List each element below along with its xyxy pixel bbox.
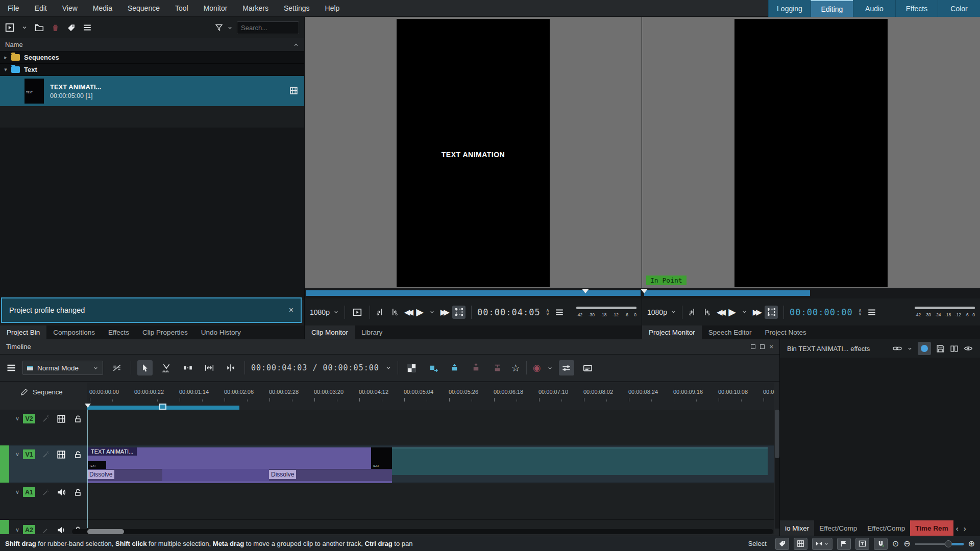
tab-scroll-right-icon[interactable]: › bbox=[961, 520, 969, 536]
clip-monitor-timecode[interactable]: 00:00:04:05 bbox=[477, 307, 541, 317]
track-target-badge[interactable]: V2 bbox=[23, 414, 35, 423]
track-target-badge[interactable]: A1 bbox=[23, 487, 35, 497]
delete-icon[interactable] bbox=[51, 23, 60, 32]
fast-forward-icon[interactable]: ▶▶ bbox=[753, 308, 759, 317]
menu-monitor[interactable]: Monitor bbox=[196, 0, 235, 17]
zone-in-icon[interactable] bbox=[688, 308, 697, 316]
fades-toggle-button[interactable] bbox=[812, 538, 832, 550]
timeline-timecode[interactable]: 00:00:04:03 / 00:00:05:00 bbox=[251, 363, 379, 372]
menu-settings[interactable]: Settings bbox=[276, 0, 317, 17]
dissolve-transition-1[interactable]: Dissolve bbox=[87, 469, 162, 481]
mixer-toggle-icon[interactable] bbox=[559, 360, 574, 375]
title-safe-toggle-button[interactable] bbox=[855, 538, 869, 550]
track-header-a1[interactable]: ∨ A1 bbox=[0, 483, 87, 520]
add-clip-icon[interactable] bbox=[5, 23, 14, 32]
tab-effects[interactable]: Effects bbox=[102, 325, 136, 339]
slip-tool[interactable] bbox=[202, 360, 217, 375]
timeline-horizontal-scrollbar[interactable] bbox=[72, 529, 773, 534]
zoom-in-icon[interactable]: ⊕ bbox=[968, 539, 975, 548]
project-monitor-timecode[interactable]: 00:00:00:00 bbox=[790, 307, 853, 317]
menu-view[interactable]: View bbox=[55, 0, 85, 17]
tab-compositions[interactable]: Compositions bbox=[46, 325, 102, 339]
hide-track-icon[interactable] bbox=[57, 450, 66, 459]
timeline-clip-sequence[interactable] bbox=[392, 447, 768, 475]
favorite-effects-icon[interactable]: ☆ bbox=[511, 362, 520, 374]
close-panel-icon[interactable]: × bbox=[769, 343, 773, 350]
bin-folder-sequences[interactable]: ▸ Sequences bbox=[0, 52, 304, 64]
collapse-icon[interactable]: ▾ bbox=[0, 66, 11, 73]
timeline-zoom-slider[interactable] bbox=[915, 540, 964, 547]
menu-sequence[interactable]: Sequence bbox=[120, 0, 167, 17]
transparency-background-icon[interactable] bbox=[404, 360, 420, 375]
tab-effect-comp-2[interactable]: Effect/Comp bbox=[862, 520, 910, 536]
collapse-track-icon[interactable]: ∨ bbox=[15, 527, 19, 533]
collapse-track-icon[interactable]: ∨ bbox=[15, 451, 19, 458]
clip-lower-section[interactable] bbox=[162, 469, 269, 481]
project-monitor-zone-bar[interactable] bbox=[644, 290, 810, 296]
bin-clip-text-animation[interactable]: TEXT TEXT ANIMATI... 00:00:05:00 [1] bbox=[0, 76, 304, 106]
workspace-tab-audio[interactable]: Audio bbox=[853, 0, 895, 17]
show-effect-icon[interactable] bbox=[964, 344, 973, 353]
timecode-spinner[interactable]: ∧∨ bbox=[859, 309, 862, 316]
clip-monitor-ruler[interactable] bbox=[305, 288, 642, 298]
track-header-v1[interactable]: ∨ V1 bbox=[0, 445, 87, 483]
project-monitor-video-area[interactable]: In Point bbox=[642, 17, 980, 288]
workspace-tab-effects[interactable]: Effects bbox=[895, 0, 938, 17]
close-notification-icon[interactable]: × bbox=[289, 306, 293, 315]
lock-track-icon[interactable] bbox=[74, 488, 82, 496]
expand-icon[interactable]: ▸ bbox=[0, 54, 11, 61]
project-monitor-profile-dropdown[interactable]: 1080p bbox=[647, 308, 676, 316]
edit-mode-dropdown[interactable]: Normal Mode bbox=[22, 361, 103, 375]
snap-toggle-button[interactable] bbox=[874, 538, 888, 550]
link-dropdown-icon[interactable] bbox=[907, 346, 913, 352]
subtitle-toggle-icon[interactable] bbox=[580, 360, 596, 375]
float-panel-icon[interactable] bbox=[751, 344, 755, 349]
link-effects-icon[interactable] bbox=[893, 344, 902, 353]
thumbnails-toggle-button[interactable] bbox=[794, 538, 807, 550]
zone-in-icon[interactable] bbox=[376, 308, 384, 316]
dissolve-transition-2[interactable]: Dissolve bbox=[269, 469, 392, 481]
save-effect-stack-icon[interactable] bbox=[936, 344, 945, 353]
bin-menu-icon[interactable] bbox=[83, 23, 92, 32]
monitor-overlay-icon[interactable] bbox=[351, 306, 364, 319]
workspace-tab-logging[interactable]: Logging bbox=[768, 0, 811, 17]
insert-zone-icon[interactable] bbox=[426, 360, 441, 375]
tab-scroll-left-icon[interactable]: ‹ bbox=[953, 520, 961, 536]
track-effects-icon[interactable] bbox=[42, 450, 50, 459]
tab-clip-monitor[interactable]: Clip Monitor bbox=[305, 325, 355, 339]
tab-speech-editor[interactable]: Speech Editor bbox=[702, 325, 758, 339]
scrollbar-handle[interactable] bbox=[87, 529, 124, 534]
add-clip-dropdown-icon[interactable] bbox=[21, 24, 28, 31]
ripple-tool[interactable] bbox=[223, 360, 238, 375]
overwrite-zone-icon[interactable] bbox=[447, 360, 462, 375]
timeline-vertical-scrollbar[interactable] bbox=[775, 410, 779, 529]
enable-effects-toggle[interactable] bbox=[918, 342, 931, 355]
loop-zone-icon[interactable] bbox=[765, 306, 778, 319]
track-header-v2[interactable]: ∨ V2 bbox=[0, 410, 87, 445]
play-dropdown-icon[interactable] bbox=[742, 309, 747, 315]
edit-pen-icon[interactable] bbox=[20, 388, 28, 396]
timecode-spinner[interactable]: ∧∨ bbox=[546, 309, 550, 316]
zoom-slider-handle[interactable] bbox=[945, 540, 952, 547]
tab-project-notes[interactable]: Project Notes bbox=[758, 325, 813, 339]
tab-library[interactable]: Library bbox=[355, 325, 389, 339]
project-monitor-ruler[interactable] bbox=[642, 288, 980, 298]
tag-icon[interactable] bbox=[67, 23, 76, 32]
tab-undo-history[interactable]: Undo History bbox=[194, 325, 248, 339]
timecode-dropdown-icon[interactable] bbox=[385, 365, 391, 371]
menu-tool[interactable]: Tool bbox=[167, 0, 196, 17]
filter-icon[interactable] bbox=[215, 23, 223, 32]
mute-track-icon[interactable] bbox=[57, 525, 66, 535]
collapse-track-icon[interactable]: ∨ bbox=[15, 415, 19, 422]
menu-media[interactable]: Media bbox=[85, 0, 120, 17]
razor-tool[interactable] bbox=[159, 360, 174, 375]
bin-column-header[interactable]: Name bbox=[0, 38, 304, 52]
fast-forward-icon[interactable]: ▶▶ bbox=[440, 308, 447, 317]
track-target-badge[interactable]: V1 bbox=[23, 449, 35, 459]
selection-tool[interactable] bbox=[137, 360, 153, 375]
bin-empty-area[interactable] bbox=[0, 128, 304, 300]
project-monitor-playhead[interactable] bbox=[641, 289, 648, 297]
menu-file[interactable]: File bbox=[0, 0, 27, 17]
rewind-icon[interactable]: ◀◀ bbox=[404, 308, 410, 317]
workspace-tab-editing[interactable]: Editing bbox=[811, 0, 853, 17]
